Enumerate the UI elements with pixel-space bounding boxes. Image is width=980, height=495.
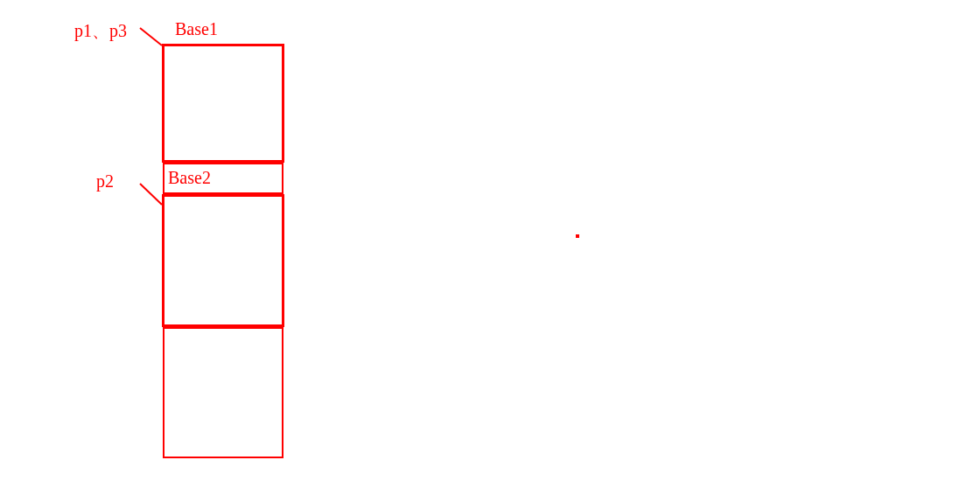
stray-dot (576, 234, 579, 238)
pointer-line-p2 (0, 0, 980, 495)
box-4 (163, 327, 284, 458)
box-base2-slot (163, 163, 284, 194)
svg-line-1 (140, 184, 162, 205)
box-base1 (162, 44, 284, 163)
box-3 (162, 194, 284, 327)
